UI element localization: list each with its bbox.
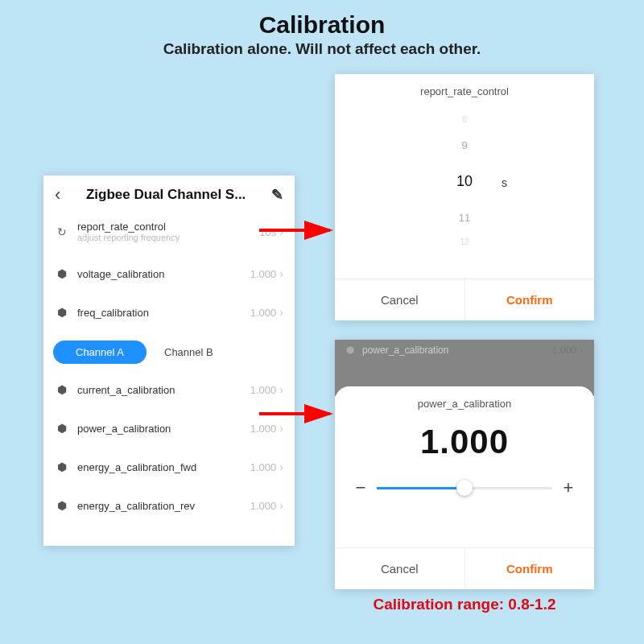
bg-row-label: power_a_calibration [362,345,552,356]
row-label: energy_a_calibration_rev [77,500,195,512]
hex-icon [55,460,69,474]
row-label: current_a_calibration [77,384,175,396]
page-title: Calibration [0,0,644,39]
page-subtitle: Calibration alone. Will not affect each … [0,40,644,58]
edit-icon[interactable]: ✎ [268,186,287,204]
row-freq-calibration[interactable]: freq_calibration 1.000 › [43,293,295,332]
chevron-right-icon: › [279,306,283,319]
row-value: 1.000 [250,461,277,473]
row-value: 1.000 [250,268,277,280]
chevron-right-icon: › [279,383,283,396]
row-energy-a-fwd[interactable]: energy_a_calibration_fwd 1.000 › [43,448,295,486]
picker-wheel[interactable]: 8 9 10 s 11 12 [335,102,594,279]
refresh-icon: ↻ [55,225,69,239]
bg-row-power-a: ⬢ power_a_calibration 1.000 › [335,345,594,356]
calibration-value: 1.000 [335,423,594,461]
row-voltage-calibration[interactable]: voltage_calibration 1.000 › [43,254,295,293]
confirm-button[interactable]: Confirm [465,548,595,589]
row-value: 1.000 [250,500,277,512]
chevron-right-icon: › [279,460,283,473]
plus-button[interactable]: + [560,477,576,498]
cancel-button[interactable]: Cancel [335,279,465,320]
chevron-right-icon: › [279,267,283,280]
row-sublabel: adjust reporting frequency [77,233,259,242]
row-label: report_rate_control [77,221,259,233]
calibration-slider[interactable]: − + [335,477,594,498]
tab-channel-a[interactable]: Channel A [53,341,147,364]
row-energy-a-rev[interactable]: energy_a_calibration_rev 1.000 › [43,486,295,525]
row-value: 1.000 [250,423,277,435]
range-note: Calibration range: 0.8-1.2 [335,596,594,613]
hex-icon [55,382,69,397]
report-rate-picker: report_rate_control 8 9 10 s 11 12 Cance… [335,74,594,320]
hex-icon [55,305,69,320]
picker-option[interactable]: 11 [335,212,594,224]
slider-thumb[interactable] [456,480,473,496]
arrow-icon [259,222,340,238]
row-label: freq_calibration [77,307,149,319]
picker-option[interactable]: 8 [335,115,594,124]
chevron-right-icon: › [580,345,583,356]
cancel-button[interactable]: Cancel [335,548,465,589]
hex-icon [55,498,69,513]
row-value: 1.000 [250,307,277,319]
hex-icon [55,421,69,436]
screen-title: Zigbee Dual Channel S... [64,187,268,203]
chevron-right-icon: › [279,422,283,435]
confirm-button[interactable]: Confirm [465,279,595,320]
picker-option[interactable]: 12 [335,237,594,246]
sheet-title: power_a_calibration [335,386,594,413]
picker-option[interactable]: 9 [335,139,594,151]
hex-icon [55,266,69,281]
minus-button[interactable]: − [353,477,369,498]
chevron-right-icon: › [279,499,283,512]
row-report-rate[interactable]: ↻ report_rate_control adjust reporting f… [43,209,295,254]
channel-tabs: Channel A Channel B [43,332,295,370]
picker-selected[interactable]: 10 [335,173,594,190]
hex-icon: ⬢ [346,345,354,356]
row-label: power_a_calibration [77,423,171,435]
row-label: voltage_calibration [77,268,164,280]
row-label: energy_a_calibration_fwd [77,461,196,473]
picker-unit: s [502,176,507,189]
settings-screen: ‹ Zigbee Dual Channel S... ✎ ↻ report_ra… [43,175,295,546]
row-power-a-calibration[interactable]: power_a_calibration 1.000 › [43,409,295,448]
row-current-a-calibration[interactable]: current_a_calibration 1.000 › [43,370,295,409]
bg-row-value: 1.000 [552,345,576,356]
power-calibration-sheet: ⬢ power_a_calibration 1.000 › power_a_ca… [335,340,594,589]
back-icon[interactable]: ‹ [52,184,64,205]
slider-track[interactable] [377,487,552,489]
picker-title: report_rate_control [335,74,594,102]
arrow-icon [259,406,340,422]
row-value: 1.000 [250,384,277,396]
tab-channel-b[interactable]: Channel B [156,341,236,364]
